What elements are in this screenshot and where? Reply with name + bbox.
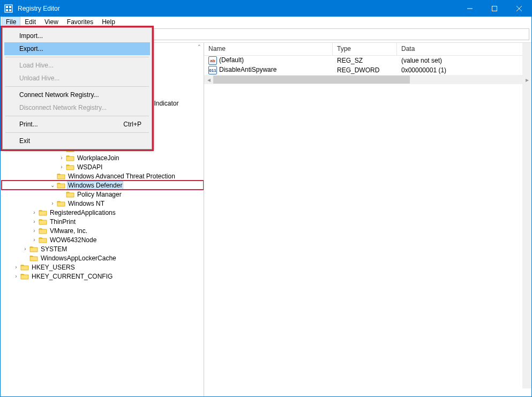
menu-separator (5, 57, 149, 57)
reg-binary-icon: 011 (208, 66, 217, 74)
values-hscrollbar[interactable]: ◂ ▸ (204, 75, 531, 84)
folder-icon (57, 182, 65, 189)
folder-icon (29, 245, 38, 253)
tree-node-selected[interactable]: ⌄Windows Defender (2, 181, 204, 190)
menu-separator (5, 116, 149, 116)
values-pane: Name Type Data ab(Default)REG_SZ(value n… (204, 43, 531, 397)
tree-node-label: VMware, Inc. (49, 227, 88, 235)
tree-node-label: ThinPrint (49, 218, 77, 226)
column-name[interactable]: Name (204, 43, 333, 55)
collapse-icon[interactable]: ⌃ (197, 44, 203, 49)
chevron-right-icon[interactable]: › (31, 228, 38, 234)
chevron-right-icon[interactable]: › (13, 264, 19, 271)
chevron-right-icon[interactable]: › (22, 246, 28, 252)
minimize-button[interactable] (458, 1, 482, 17)
value-name: (Default) (219, 56, 244, 64)
tree-node[interactable]: ›HKEY_USERS (2, 263, 204, 272)
tree-node-label: SYSTEM (40, 245, 68, 253)
tree-node-label: WorkplaceJoin (76, 154, 120, 162)
folder-icon (39, 236, 47, 244)
menu-unload-hive: Unload Hive... (4, 72, 150, 85)
value-row[interactable]: 011DisableAntiSpywareREG_DWORD0x00000001… (204, 65, 531, 75)
close-button[interactable] (507, 1, 531, 17)
scroll-left-icon[interactable]: ◂ (204, 75, 213, 84)
folder-icon (57, 173, 65, 180)
folder-icon (57, 200, 65, 207)
value-type-cell: REG_DWORD (333, 66, 397, 74)
chevron-right-icon[interactable]: › (58, 155, 65, 161)
twisty-none (22, 255, 28, 261)
tree-node[interactable]: ›Windows NT (2, 199, 204, 208)
chevron-right-icon[interactable]: › (31, 209, 38, 216)
menu-file[interactable]: File (2, 17, 20, 27)
menu-favorites[interactable]: Favorites (63, 17, 98, 27)
value-name-cell: 011DisableAntiSpyware (204, 66, 333, 75)
folder-icon (66, 163, 74, 171)
tree-node[interactable]: ›ThinPrint (2, 217, 204, 226)
menu-print[interactable]: Print... Ctrl+P (4, 118, 150, 131)
window-title: Registry Editor (17, 5, 458, 12)
values-vscrollbar[interactable] (522, 43, 531, 388)
chevron-right-icon[interactable]: › (31, 237, 38, 243)
tree-node[interactable]: ›WOW6432Node (2, 235, 204, 244)
file-menu-dropdown: Import... Export... Load Hive... Unload … (2, 27, 152, 149)
tree-node-label: RegisteredApplications (49, 209, 117, 216)
menu-import[interactable]: Import... (4, 29, 150, 42)
folder-icon (20, 273, 29, 280)
scroll-right-icon[interactable]: ▸ (522, 75, 531, 84)
tree-node[interactable]: ›RegisteredApplications (2, 208, 204, 217)
svg-rect-3 (6, 9, 8, 11)
tree-node-label: WOW6432Node (49, 236, 98, 244)
twisty-none (49, 173, 56, 179)
menu-view[interactable]: View (40, 17, 63, 27)
menu-print-accel: Ctrl+P (123, 121, 141, 128)
column-data[interactable]: Data (397, 43, 531, 55)
tree-node[interactable]: ›SYSTEM (2, 244, 204, 253)
value-type-cell: REG_SZ (333, 57, 397, 64)
twisty-none (58, 191, 65, 198)
reg-string-icon: ab (208, 56, 217, 65)
svg-rect-1 (6, 6, 8, 8)
tree-node[interactable]: ›WorkplaceJoin (2, 153, 204, 162)
value-row[interactable]: ab(Default)REG_SZ(value not set) (204, 56, 531, 65)
menu-exit[interactable]: Exit (4, 134, 150, 147)
svg-rect-6 (492, 6, 497, 11)
menubar: File Edit View Favorites Help (1, 17, 531, 27)
chevron-right-icon[interactable]: › (58, 164, 65, 170)
menu-export[interactable]: Export... (4, 42, 150, 55)
menu-help[interactable]: Help (98, 17, 119, 27)
tree-node[interactable]: WindowsAppLockerCache (2, 253, 204, 263)
tree-node-label: WindowsAppLockerCache (40, 254, 117, 262)
scroll-track[interactable] (213, 75, 522, 84)
tree-node[interactable]: ›HKEY_CURRENT_CONFIG (2, 272, 204, 281)
menu-separator (5, 132, 149, 133)
titlebar[interactable]: Registry Editor (1, 1, 531, 17)
tree-node[interactable]: Windows Advanced Threat Protection (2, 171, 204, 181)
chevron-right-icon[interactable]: › (49, 200, 56, 207)
folder-icon (66, 154, 74, 162)
menu-print-label: Print... (19, 121, 38, 128)
values-list[interactable]: ab(Default)REG_SZ(value not set)011Disab… (204, 56, 531, 75)
tree-node[interactable]: ›WSDAPI (2, 162, 204, 171)
value-name-cell: ab(Default) (204, 56, 333, 65)
maximize-button[interactable] (482, 1, 507, 17)
chevron-right-icon[interactable]: › (31, 219, 38, 225)
column-type[interactable]: Type (333, 43, 397, 55)
folder-icon (39, 218, 47, 226)
chevron-down-icon[interactable]: ⌄ (49, 182, 56, 189)
values-header: Name Type Data (204, 43, 531, 56)
folder-icon (29, 254, 38, 262)
folder-icon (39, 227, 47, 235)
tree-node-label: Windows Defender (67, 181, 123, 190)
value-data-cell: 0x00000001 (1) (397, 66, 531, 74)
menu-load-hive: Load Hive... (4, 59, 150, 72)
chevron-right-icon[interactable]: › (13, 273, 19, 280)
tree-node[interactable]: ›VMware, Inc. (2, 226, 204, 235)
scroll-thumb[interactable] (213, 76, 410, 84)
folder-icon (66, 191, 74, 198)
svg-rect-4 (9, 9, 11, 11)
menu-connect-network[interactable]: Connect Network Registry... (4, 88, 150, 101)
menu-edit[interactable]: Edit (20, 17, 40, 27)
tree-node[interactable]: Policy Manager (2, 190, 204, 199)
menu-separator (5, 86, 149, 87)
